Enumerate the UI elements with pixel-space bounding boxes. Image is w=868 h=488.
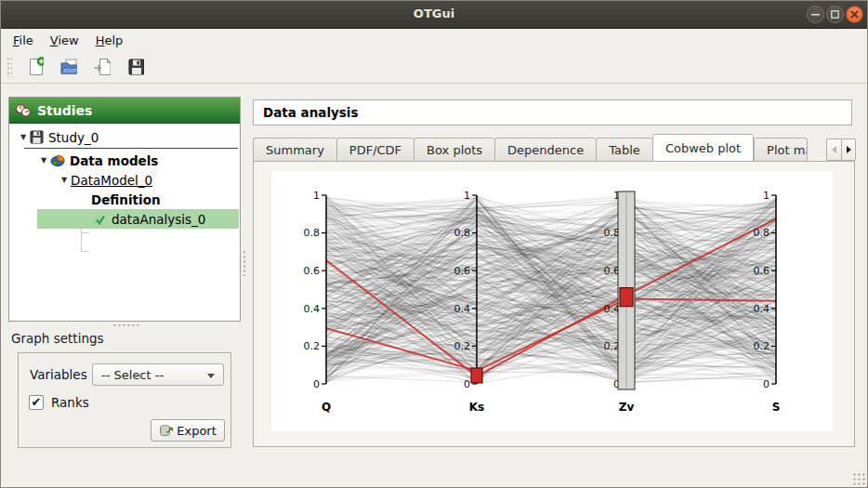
studies-gauges-icon xyxy=(15,103,32,118)
save-study-button[interactable] xyxy=(120,53,150,81)
tabbar: SummaryPDF/CDFBox plotsDependenceTableCo… xyxy=(253,134,808,162)
menu-help[interactable]: Help xyxy=(87,32,132,49)
floppy-icon xyxy=(30,130,44,144)
close-button[interactable] xyxy=(846,6,863,23)
axis-tick-label: 1 xyxy=(763,190,769,202)
expand-arrow-icon[interactable]: ▼ xyxy=(37,156,50,165)
tab-scroll-buttons xyxy=(826,138,856,161)
axis-tick-label: 0.6 xyxy=(754,265,770,277)
tab-scroll-right-button[interactable] xyxy=(841,138,856,161)
tree-item-label: Study_0 xyxy=(48,130,99,145)
tree-item-dataanalysis-0[interactable]: dataAnalysis_0 xyxy=(37,209,239,229)
window-controls xyxy=(807,6,863,23)
axis-tick-label: 1 xyxy=(313,190,320,202)
titlebar[interactable]: OTGui xyxy=(1,1,867,29)
app-window: OTGui FileViewHelp Studies xyxy=(0,0,868,488)
axis-tick-label: 0.4 xyxy=(304,303,321,315)
open-folder-icon xyxy=(59,56,77,78)
axis-tick-label: 0.2 xyxy=(454,340,471,352)
studies-panel-title: Studies xyxy=(37,103,92,118)
axis-tick-label: 0.2 xyxy=(304,340,321,352)
import-script-icon xyxy=(92,56,111,78)
ks-axis-slider-handle[interactable] xyxy=(471,368,482,383)
axis-tick-label: 0.6 xyxy=(454,265,471,277)
tab-scroll-left-button[interactable] xyxy=(826,138,841,161)
tab-cobweb-plot[interactable]: Cobweb plot xyxy=(652,134,754,162)
window-resize-grip[interactable] xyxy=(852,472,865,485)
tab-dependence[interactable]: Dependence xyxy=(494,138,596,162)
axis-tick-label: 0.4 xyxy=(454,303,471,315)
tree-item-label: Data models xyxy=(70,153,158,168)
axis-tick-label: 0.4 xyxy=(754,303,770,315)
studies-panel: Studies ▼Study_0▼Data models▼DataModel_0… xyxy=(8,97,241,322)
toolbar-drag-handle[interactable] xyxy=(7,57,12,77)
axis-tick-label: 0 xyxy=(464,378,470,390)
axis-tick-label: 0.8 xyxy=(454,227,471,239)
export-icon xyxy=(159,424,174,438)
tree-item-label: dataAnalysis_0 xyxy=(112,212,205,227)
variables-select-value: -- Select -- xyxy=(101,368,164,382)
axis-tick-label: 0.6 xyxy=(304,265,321,277)
tree-item-definition[interactable]: Definition xyxy=(9,190,240,209)
check-icon xyxy=(91,213,107,226)
import-script-button[interactable] xyxy=(86,53,116,81)
axis-name-label: Q xyxy=(322,401,331,414)
axis-tick-label: 0 xyxy=(763,378,769,390)
tab-table[interactable]: Table xyxy=(596,138,652,162)
horizontal-splitter[interactable] xyxy=(112,323,138,328)
chevron-down-icon xyxy=(207,374,215,378)
tree-item-study-0[interactable]: ▼Study_0 xyxy=(9,127,240,147)
new-study-button[interactable] xyxy=(20,53,49,81)
axis-tick-label: 0.8 xyxy=(604,227,621,239)
save-icon xyxy=(125,56,144,78)
axis-name-label: S xyxy=(772,401,781,414)
vertical-splitter[interactable] xyxy=(243,250,247,276)
expand-arrow-icon[interactable]: ▼ xyxy=(58,176,71,184)
menu-view[interactable]: View xyxy=(42,32,87,49)
tab-summary[interactable]: Summary xyxy=(253,138,336,162)
studies-tree: ▼Study_0▼Data models▼DataModel_0Definiti… xyxy=(9,124,240,229)
axis-tick-label: 0.8 xyxy=(754,227,770,239)
export-button-label: Export xyxy=(177,424,217,438)
menu-file[interactable]: File xyxy=(5,32,42,49)
minimize-button[interactable] xyxy=(807,6,824,23)
open-study-button[interactable] xyxy=(53,53,83,81)
expand-arrow-icon[interactable]: ▼ xyxy=(17,133,30,141)
variables-select[interactable]: -- Select -- xyxy=(92,363,224,386)
tree-item-label: DataModel_0 xyxy=(71,173,152,188)
graph-settings-title: Graph settings xyxy=(11,331,104,346)
maximize-icon xyxy=(831,10,839,19)
cobweb-plot-card: 00.20.40.60.81Q00.20.40.60.81Ks00.20.40.… xyxy=(271,171,833,431)
ranks-checkbox[interactable] xyxy=(29,395,44,410)
zv-axis-slider-handle[interactable] xyxy=(620,288,633,307)
tree-item-datamodel-0[interactable]: ▼DataModel_0 xyxy=(9,170,240,190)
tree-item-data-models[interactable]: ▼Data models xyxy=(9,151,240,170)
cobweb-plot-canvas[interactable]: 00.20.40.60.81Q00.20.40.60.81Ks00.20.40.… xyxy=(271,171,833,431)
studies-panel-header: Studies xyxy=(9,98,240,124)
arrow-right-icon xyxy=(847,146,851,153)
arrow-left-icon xyxy=(832,146,836,153)
variables-label: Variables xyxy=(30,367,87,382)
toolbar xyxy=(1,50,867,84)
maximize-button[interactable] xyxy=(826,6,844,23)
axis-tick-label: 0.2 xyxy=(754,340,770,352)
tab-plot-mat[interactable]: Plot mat xyxy=(754,138,808,162)
graph-settings-box: Variables -- Select -- Ranks Export xyxy=(18,352,231,448)
pie-chart-icon xyxy=(50,153,65,167)
axis-name-label: Zv xyxy=(619,401,635,414)
minimize-icon xyxy=(811,10,820,19)
analysis-title-bar: Data analysis xyxy=(253,99,852,125)
tab-pdf-cdf[interactable]: PDF/CDF xyxy=(336,138,414,162)
ranks-label: Ranks xyxy=(51,395,89,410)
export-button[interactable]: Export xyxy=(151,419,225,442)
tree-item-label: Definition xyxy=(91,192,161,207)
tab-box-plots[interactable]: Box plots xyxy=(414,138,494,162)
axis-tick-label: 1 xyxy=(464,190,470,202)
axis-name-label: Ks xyxy=(469,401,484,414)
axis-tick-label: 0.6 xyxy=(604,265,621,277)
axis-tick-label: 0.4 xyxy=(604,303,621,315)
analysis-title: Data analysis xyxy=(263,105,359,120)
close-icon xyxy=(850,10,859,19)
study-separator xyxy=(24,148,238,149)
axis-tick-label: 0.8 xyxy=(304,227,321,239)
